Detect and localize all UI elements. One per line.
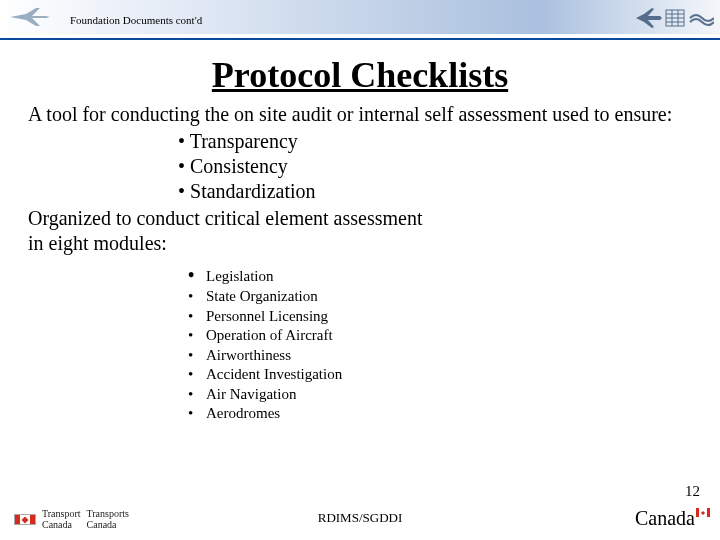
pillar-item: Consistency bbox=[178, 154, 692, 179]
canada-flag-small-icon bbox=[696, 508, 710, 517]
module-item: Airworthiness bbox=[188, 346, 692, 366]
slide: Foundation Documents cont'd Protocol Che… bbox=[0, 0, 720, 540]
module-item: Legislation bbox=[188, 264, 692, 287]
breadcrumb: Foundation Documents cont'd bbox=[70, 14, 202, 26]
module-item: Aerodromes bbox=[188, 404, 692, 424]
modules-list: Legislation State Organization Personnel… bbox=[188, 264, 692, 424]
decor-icon bbox=[634, 4, 714, 32]
pillar-item: Standardization bbox=[178, 179, 692, 204]
canada-wordmark: Canada bbox=[635, 507, 710, 530]
module-item: Operation of Aircraft bbox=[188, 326, 692, 346]
module-item: Air Navigation bbox=[188, 385, 692, 405]
canada-wordmark-text: Canada bbox=[635, 507, 695, 529]
body-content: A tool for conducting the on site audit … bbox=[0, 96, 720, 424]
pillar-item: Transparency bbox=[178, 129, 692, 154]
header-bar: Foundation Documents cont'd bbox=[0, 0, 720, 40]
footer-right: Canada bbox=[635, 507, 710, 530]
footer: Transport Canada Transports Canada RDIMS… bbox=[0, 504, 720, 532]
footer-center: RDIMS/SGDDI bbox=[0, 510, 720, 526]
pillars-list: Transparency Consistency Standardization bbox=[178, 129, 692, 204]
plane-icon bbox=[6, 2, 54, 36]
header-right-icons bbox=[634, 4, 714, 32]
module-item: Personnel Licensing bbox=[188, 307, 692, 327]
page-title: Protocol Checklists bbox=[0, 54, 720, 96]
module-item: Accident Investigation bbox=[188, 365, 692, 385]
organized-line2: in eight modules: bbox=[28, 232, 167, 254]
module-item: State Organization bbox=[188, 287, 692, 307]
organized-line1: Organized to conduct critical element as… bbox=[28, 207, 423, 229]
intro-text: A tool for conducting the on site audit … bbox=[28, 102, 692, 127]
header-underline bbox=[0, 38, 720, 40]
organized-text: Organized to conduct critical element as… bbox=[28, 206, 692, 256]
page-number: 12 bbox=[685, 483, 700, 500]
